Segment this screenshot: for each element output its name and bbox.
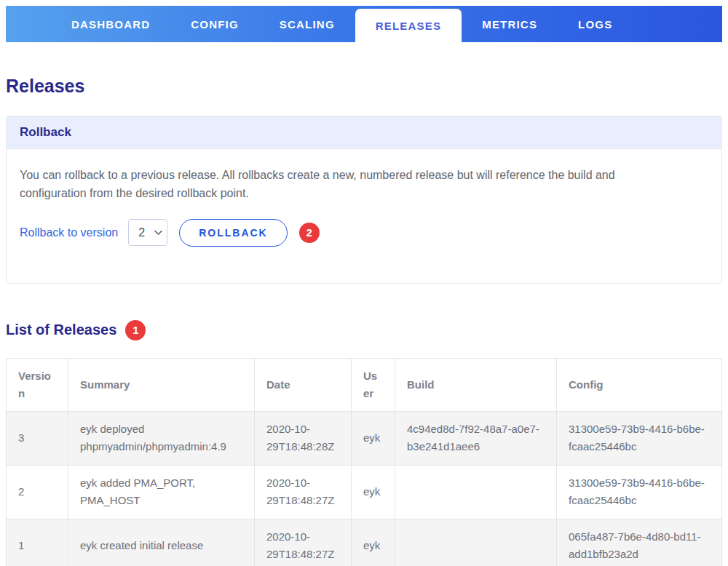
cell-version: 1 [7, 519, 68, 566]
col-header-user: User [352, 358, 395, 411]
cell-summary: eyk created initial release [68, 519, 255, 566]
col-header-version: Version [7, 358, 68, 411]
tab-metrics[interactable]: METRICS [462, 6, 558, 42]
cell-user: eyk [352, 519, 395, 566]
rollback-panel: Rollback You can rollback to a previous … [6, 116, 722, 284]
rollback-version-label: Rollback to version [20, 226, 118, 239]
cell-config: 31300e59-73b9-4416-b6be-fcaac25446bc [557, 411, 722, 465]
list-of-releases-label: List of Releases [6, 322, 116, 338]
table-header-row: Version Summary Date User Build Config [7, 358, 722, 411]
cell-version: 2 [7, 465, 68, 519]
page-title: Releases [6, 76, 722, 97]
releases-table: Version Summary Date User Build Config 3… [6, 358, 722, 566]
cell-summary: eyk added PMA_PORT, PMA_HOST [68, 465, 255, 519]
cell-user: eyk [352, 411, 395, 465]
cell-summary: eyk deployed phpmyadmin/phpmyadmin:4.9 [68, 411, 255, 465]
col-header-date: Date [255, 358, 352, 411]
col-header-summary: Summary [68, 358, 255, 411]
cell-version: 3 [7, 411, 68, 465]
cell-date: 2020-10-29T18:48:28Z [255, 411, 352, 465]
col-header-config: Config [557, 358, 722, 411]
rollback-panel-body: You can rollback to a previous release. … [7, 149, 721, 283]
table-row: 2 eyk added PMA_PORT, PMA_HOST 2020-10-2… [7, 465, 722, 519]
list-of-releases-title: List of Releases 1 [6, 320, 722, 340]
tab-dashboard[interactable]: DASHBOARD [51, 6, 170, 42]
version-select-wrap: 2 [128, 219, 167, 246]
rollback-controls: Rollback to version 2 ROLLBACK 2 [20, 219, 708, 247]
table-row: 1 eyk created initial release 2020-10-29… [7, 519, 722, 566]
cell-date: 2020-10-29T18:48:27Z [255, 465, 352, 519]
tab-releases[interactable]: RELEASES [355, 9, 462, 45]
step-badge-1: 1 [125, 320, 146, 340]
version-select[interactable]: 2 [128, 219, 167, 246]
cell-user: eyk [352, 465, 395, 519]
rollback-description: You can rollback to a previous release. … [20, 167, 660, 203]
col-header-build: Build [395, 358, 557, 411]
cell-build: 4c94ed8d-7f92-48a7-a0e7-b3e241d1aee6 [395, 411, 557, 465]
cell-config: 31300e59-73b9-4416-b6be-fcaac25446bc [557, 465, 722, 519]
tab-scaling[interactable]: SCALING [259, 6, 355, 42]
cell-build [395, 465, 557, 519]
cell-config: 065fa487-7b6e-4d80-bd11-add1bfb23a2d [557, 519, 722, 566]
step-badge-2: 2 [299, 223, 320, 243]
table-row: 3 eyk deployed phpmyadmin/phpmyadmin:4.9… [7, 411, 722, 465]
rollback-button[interactable]: ROLLBACK [179, 219, 288, 247]
top-nav: DASHBOARD CONFIG SCALING RELEASES METRIC… [6, 6, 722, 42]
tab-config[interactable]: CONFIG [170, 6, 259, 42]
rollback-panel-title: Rollback [7, 116, 721, 149]
tab-logs[interactable]: LOGS [558, 6, 633, 42]
cell-date: 2020-10-29T18:48:27Z [255, 519, 352, 566]
cell-build [395, 519, 557, 566]
